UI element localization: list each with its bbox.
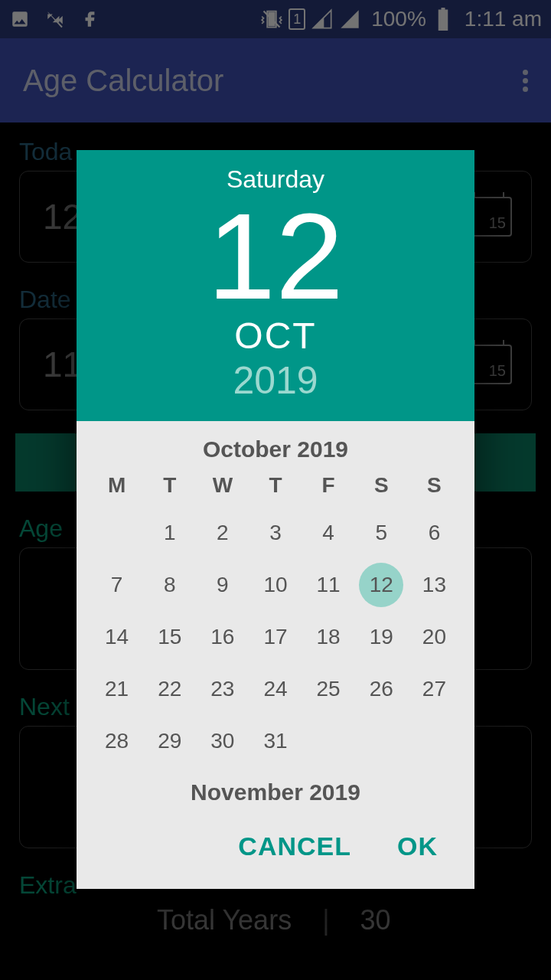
calendar-day[interactable]: 24 (250, 672, 300, 706)
weekday-header: W (197, 473, 247, 498)
weekday-header: S (409, 473, 459, 498)
calendar-day[interactable]: 27 (409, 672, 459, 706)
weekday-header: S (357, 473, 406, 498)
calendar-day[interactable]: 7 (92, 568, 142, 602)
modal-overlay[interactable]: Saturday 12 OCT 2019 October 2019 MTWTFS… (0, 0, 551, 980)
calendar-day[interactable]: 19 (357, 620, 406, 654)
picker-day: 12 (77, 195, 474, 318)
cancel-button[interactable]: CANCEL (238, 831, 351, 861)
date-picker-dialog: Saturday 12 OCT 2019 October 2019 MTWTFS… (77, 150, 474, 889)
calendar-day[interactable]: 20 (409, 620, 459, 654)
picker-month: OCT (77, 315, 474, 357)
calendar-day[interactable]: 5 (357, 516, 406, 550)
picker-year[interactable]: 2019 (77, 358, 474, 403)
calendar-day[interactable]: 9 (197, 568, 247, 602)
calendar-month-title: October 2019 (92, 436, 459, 462)
calendar-day[interactable]: 3 (250, 516, 300, 550)
calendar-day[interactable]: 15 (145, 620, 194, 654)
calendar-day[interactable]: 8 (145, 568, 194, 602)
calendar-day[interactable]: 17 (250, 620, 300, 654)
calendar-day[interactable]: 23 (197, 672, 247, 706)
calendar-day[interactable]: 2 (197, 516, 247, 550)
calendar-day[interactable]: 28 (92, 724, 142, 758)
calendar-day[interactable]: 1 (145, 516, 194, 550)
calendar-day[interactable]: 6 (409, 516, 459, 550)
calendar-day[interactable]: 29 (145, 724, 194, 758)
calendar-day[interactable]: 31 (250, 724, 300, 758)
calendar-grid: MTWTFSS123456789101112131415161718192021… (92, 473, 459, 758)
calendar-day[interactable]: 25 (304, 672, 354, 706)
calendar-day[interactable]: 30 (197, 724, 247, 758)
calendar-day[interactable]: 16 (197, 620, 247, 654)
calendar-day[interactable]: 22 (145, 672, 194, 706)
weekday-header: F (304, 473, 354, 498)
next-month-title: November 2019 (92, 779, 459, 805)
calendar-day[interactable]: 13 (409, 568, 459, 602)
calendar-day[interactable]: 4 (304, 516, 354, 550)
weekday-header: T (145, 473, 194, 498)
weekday-header: T (250, 473, 300, 498)
calendar-day[interactable]: 11 (304, 568, 354, 602)
calendar-day[interactable]: 12 (357, 568, 406, 602)
calendar-day[interactable]: 26 (357, 672, 406, 706)
calendar-day[interactable]: 21 (92, 672, 142, 706)
calendar-day[interactable]: 14 (92, 620, 142, 654)
ok-button[interactable]: OK (397, 831, 438, 861)
weekday-header: M (92, 473, 142, 498)
date-picker-header: Saturday 12 OCT 2019 (77, 150, 474, 421)
calendar-day[interactable]: 18 (304, 620, 354, 654)
calendar-day[interactable]: 10 (250, 568, 300, 602)
